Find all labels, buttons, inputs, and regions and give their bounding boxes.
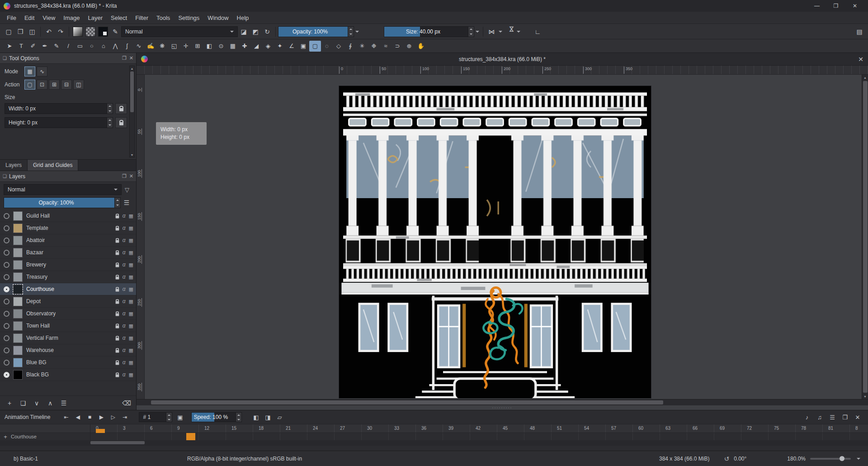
duplicate-layer-button[interactable]: ❏ xyxy=(17,398,29,409)
brush-size-slider[interactable]: Size: 40.00 px xyxy=(384,26,474,37)
gradient-tool[interactable]: ◧ xyxy=(203,41,215,52)
mode-pixel-button[interactable]: ▦ xyxy=(24,67,35,76)
eraser-mode-button[interactable]: ◪ xyxy=(238,26,250,38)
selection-width-field[interactable]: Width: 0 px xyxy=(5,103,113,114)
polyline-tool[interactable]: ⋀ xyxy=(109,41,121,52)
choose-workspace-button[interactable]: ▤ xyxy=(854,26,865,38)
similar-color-selection-tool[interactable]: ❉ xyxy=(368,41,380,52)
add-layer-button[interactable]: + xyxy=(4,398,15,409)
brush-size-spinner[interactable] xyxy=(468,27,474,37)
layer-alpha-icon[interactable]: α xyxy=(123,335,126,341)
edit-shapes-tool[interactable]: ✐ xyxy=(27,41,39,52)
opacity-spinner[interactable] xyxy=(348,27,354,37)
layer-inherit-alpha-icon[interactable]: ▦ xyxy=(129,372,133,378)
layer-alpha-icon[interactable]: α xyxy=(123,286,126,292)
menu-filter[interactable]: Filter xyxy=(131,13,152,23)
layer-visibility-toggle[interactable] xyxy=(4,250,9,256)
polygonal-selection-tool[interactable]: ◇ xyxy=(333,41,344,52)
layer-alpha-icon[interactable]: α xyxy=(123,347,126,353)
layer-blue-bg[interactable]: Blue BG α ▦ xyxy=(0,357,136,369)
layer-opacity-slider[interactable]: Opacity: 100% xyxy=(4,197,121,208)
delete-layer-button[interactable]: ⌫ xyxy=(121,398,132,409)
float-docker-icon[interactable]: ❐ xyxy=(122,55,127,61)
assistants-tool[interactable]: ✦ xyxy=(274,41,286,52)
transform-tool[interactable]: ◱ xyxy=(168,41,180,52)
canvas-vertical-scrollbar[interactable]: ▲ ▼ xyxy=(862,75,868,399)
layer-lock-icon[interactable] xyxy=(115,375,119,377)
menu-view[interactable]: View xyxy=(38,13,59,23)
zoom-slider[interactable] xyxy=(810,458,851,460)
float-docker-icon[interactable]: ❐ xyxy=(122,173,127,179)
selection-height-field[interactable]: Height: 0 px xyxy=(5,117,113,128)
canvas-horizontal-scrollbar[interactable] xyxy=(137,399,868,405)
close-button[interactable]: ✕ xyxy=(845,0,864,11)
float-docker-icon[interactable]: ❐ xyxy=(839,412,851,422)
action-symmetric-difference-button[interactable]: ◫ xyxy=(73,80,84,90)
dynamic-brush-tool[interactable]: ✍ xyxy=(145,41,156,52)
layer-bazaar[interactable]: Bazaar α ▦ xyxy=(0,247,136,259)
ellipse-tool[interactable]: ○ xyxy=(86,41,98,52)
layer-inherit-alpha-icon[interactable]: ▦ xyxy=(129,299,133,304)
menu-tools[interactable]: Tools xyxy=(152,13,174,23)
bezier-curve-tool[interactable]: ∫ xyxy=(121,41,133,52)
layer-lock-icon[interactable] xyxy=(115,326,119,328)
volume-icon[interactable]: ♫ xyxy=(814,412,826,422)
layer-lock-icon[interactable] xyxy=(115,338,119,341)
fill-tool[interactable]: ◢ xyxy=(250,41,262,52)
layer-inherit-alpha-icon[interactable]: ▦ xyxy=(129,335,133,341)
action-add-button[interactable]: ⊞ xyxy=(49,80,60,90)
splitter-grip[interactable] xyxy=(137,405,868,410)
preserve-alpha-button[interactable]: ◩ xyxy=(250,26,261,38)
width-lock-button[interactable] xyxy=(115,103,127,114)
action-replace-button[interactable]: ▢ xyxy=(24,80,35,90)
freehand-path-tool[interactable]: ∿ xyxy=(133,41,145,52)
layer-inherit-alpha-icon[interactable]: ▦ xyxy=(129,250,133,256)
freehand-selection-tool[interactable]: ∮ xyxy=(344,41,356,52)
layer-lock-icon[interactable] xyxy=(115,362,119,365)
foreground-background-colors-swatch[interactable] xyxy=(98,27,108,37)
scrollbar-thumb[interactable] xyxy=(90,441,145,444)
close-document-icon[interactable]: ✕ xyxy=(858,56,863,63)
close-docker-icon[interactable]: ✕ xyxy=(129,173,133,179)
mirror-vertical-dropdown[interactable] xyxy=(515,26,522,37)
layer-alpha-icon[interactable]: α xyxy=(123,237,126,243)
line-tool[interactable]: / xyxy=(62,41,74,52)
layer-warehouse[interactable]: Warehouse α ▦ xyxy=(0,344,136,357)
mirror-horizontal-button[interactable]: ⋈ xyxy=(486,26,497,38)
layer-visibility-toggle[interactable] xyxy=(4,299,9,304)
timeline-scrollbar[interactable] xyxy=(0,440,868,446)
courthouse-artwork[interactable] xyxy=(339,86,651,398)
menu-layer[interactable]: Layer xyxy=(84,13,107,23)
layer-alpha-icon[interactable]: α xyxy=(123,225,126,231)
wraparound-mode-button[interactable]: ∟ xyxy=(532,26,543,38)
height-spinner[interactable] xyxy=(107,118,113,128)
layer-alpha-icon[interactable]: α xyxy=(123,262,126,268)
layer-visibility-toggle[interactable] xyxy=(4,262,9,268)
frame-spinner[interactable] xyxy=(166,413,172,422)
mirror-horizontal-dropdown[interactable] xyxy=(497,26,504,37)
layer-inherit-alpha-icon[interactable]: ▦ xyxy=(129,213,133,219)
menu-edit[interactable]: Edit xyxy=(20,13,38,23)
layer-visibility-toggle[interactable] xyxy=(4,286,9,292)
layer-alpha-icon[interactable]: α xyxy=(123,323,126,329)
pan-tool[interactable]: ✋ xyxy=(415,41,427,52)
layer-lock-icon[interactable] xyxy=(115,252,119,255)
scrollbar-thumb[interactable] xyxy=(130,71,134,112)
tool-options-scrollbar[interactable]: ▲ ▼ xyxy=(129,66,135,157)
rectangle-tool[interactable]: ▭ xyxy=(74,41,86,52)
mode-vector-button[interactable]: ∿ xyxy=(37,67,47,76)
menu-window[interactable]: Window xyxy=(203,13,232,23)
menu-help[interactable]: Help xyxy=(233,13,253,23)
bezier-selection-tool[interactable]: ≈ xyxy=(380,41,392,52)
width-spinner[interactable] xyxy=(107,104,113,114)
next-frame-button[interactable]: ▷ xyxy=(107,412,119,422)
tab-grid-and-guides[interactable]: Grid and Guides xyxy=(28,160,78,171)
brush-size-dropdown-button[interactable] xyxy=(474,26,481,37)
crop-tool[interactable]: ⊞ xyxy=(192,41,203,52)
layer-visibility-toggle[interactable] xyxy=(4,372,9,378)
calligraphy-tool[interactable]: ✒ xyxy=(39,41,51,52)
timeline-menu-icon[interactable]: ☰ xyxy=(826,412,838,422)
close-docker-icon[interactable]: ✕ xyxy=(129,55,133,61)
tab-layers[interactable]: Layers xyxy=(0,160,28,171)
layer-alpha-icon[interactable]: α xyxy=(123,371,126,378)
